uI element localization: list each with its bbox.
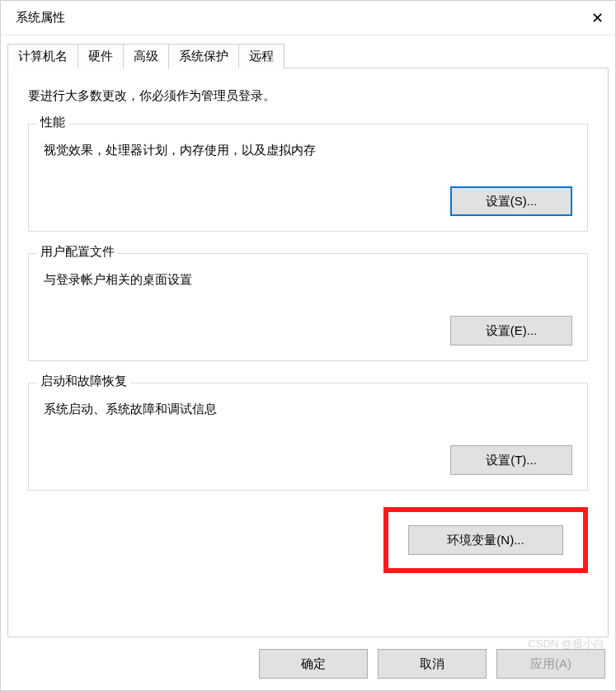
- tab-advanced[interactable]: 高级: [123, 44, 169, 69]
- settings-performance-button[interactable]: 设置(S)...: [450, 186, 572, 216]
- button-row: 设置(T)...: [44, 445, 572, 475]
- groupbox-performance-desc: 视觉效果，处理器计划，内存使用，以及虚拟内存: [44, 143, 572, 158]
- window-title: 系统属性: [16, 10, 65, 26]
- close-icon[interactable]: ✕: [571, 9, 604, 27]
- groupbox-user-profiles-title: 用户配置文件: [37, 244, 118, 260]
- groupbox-startup-title: 启动和故障恢复: [37, 374, 130, 389]
- tab-computer-name[interactable]: 计算机名: [7, 44, 78, 68]
- cancel-button[interactable]: 取消: [378, 649, 487, 679]
- highlight-box: 环境变量(N)...: [383, 507, 588, 573]
- groupbox-performance-title: 性能: [37, 115, 68, 130]
- groupbox-startup: 启动和故障恢复 系统启动、系统故障和调试信息 设置(T)...: [28, 383, 588, 491]
- dialog-button-bar: 确定 取消 应用(A): [1, 637, 615, 690]
- groupbox-startup-desc: 系统启动、系统故障和调试信息: [44, 402, 572, 417]
- groupbox-performance: 性能 视觉效果，处理器计划，内存使用，以及虚拟内存 设置(S)...: [28, 124, 588, 232]
- groupbox-user-profiles: 用户配置文件 与登录帐户相关的桌面设置 设置(E)...: [28, 253, 588, 361]
- environment-variables-button[interactable]: 环境变量(N)...: [408, 525, 563, 555]
- titlebar: 系统属性 ✕: [1, 1, 615, 35]
- tabs-container: 计算机名 硬件 高级 系统保护 远程 要进行大多数更改，你必须作为管理员登录。 …: [1, 35, 615, 637]
- apply-button[interactable]: 应用(A): [496, 649, 605, 679]
- env-button-row: 环境变量(N)...: [28, 507, 588, 573]
- settings-user-profiles-button[interactable]: 设置(E)...: [450, 316, 572, 346]
- tab-content-advanced: 要进行大多数更改，你必须作为管理员登录。 性能 视觉效果，处理器计划，内存使用，…: [7, 68, 609, 637]
- system-properties-window: 系统属性 ✕ 计算机名 硬件 高级 系统保护 远程 要进行大多数更改，你必须作为…: [0, 0, 616, 691]
- groupbox-user-profiles-desc: 与登录帐户相关的桌面设置: [44, 272, 572, 288]
- tabs-row: 计算机名 硬件 高级 系统保护 远程: [7, 44, 609, 68]
- button-row: 设置(S)...: [44, 186, 572, 216]
- ok-button[interactable]: 确定: [259, 649, 368, 679]
- tab-system-protection[interactable]: 系统保护: [168, 44, 239, 68]
- settings-startup-button[interactable]: 设置(T)...: [450, 445, 572, 475]
- admin-note: 要进行大多数更改，你必须作为管理员登录。: [28, 88, 588, 104]
- tab-hardware[interactable]: 硬件: [78, 44, 124, 68]
- tab-remote[interactable]: 远程: [238, 44, 284, 68]
- button-row: 设置(E)...: [44, 316, 572, 346]
